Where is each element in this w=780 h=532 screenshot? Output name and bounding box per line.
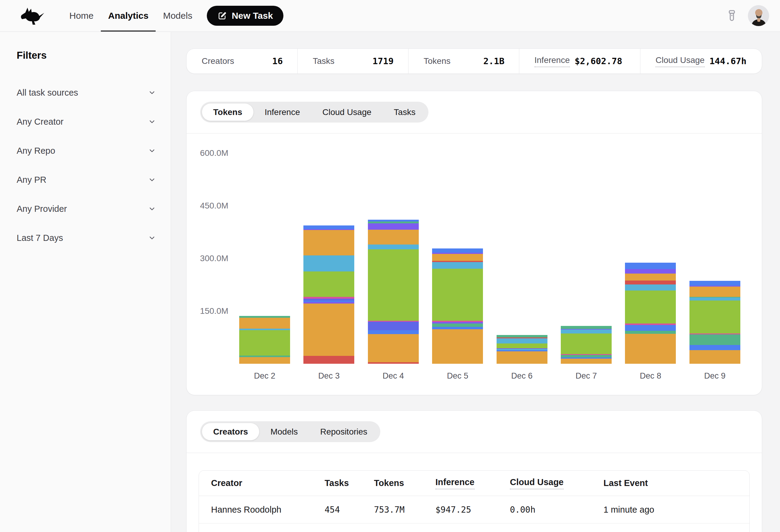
avatar[interactable]	[748, 5, 769, 26]
bar-segment-orange[interactable]	[303, 230, 354, 255]
bar-segment-blue[interactable]	[432, 327, 483, 329]
table-row-hannes-roodolph[interactable]: Hannes Roodolph454753.7M$947.250.00h1 mi…	[199, 496, 749, 523]
bar-segment-orange[interactable]	[625, 334, 676, 364]
filter-any-repo[interactable]: Any Repo	[17, 136, 156, 165]
bar-dec-3[interactable]	[303, 225, 354, 364]
bar-segment-purple[interactable]	[625, 269, 676, 274]
bar-segment-teal[interactable]	[689, 334, 740, 345]
bar-segment-orange[interactable]	[303, 304, 354, 356]
bar-segment-teal[interactable]	[561, 355, 612, 357]
bar-dec-4[interactable]	[368, 220, 419, 364]
chart-tab-inference[interactable]: Inference	[253, 104, 311, 121]
stat-label-cloud-usage[interactable]: Cloud Usage	[655, 55, 704, 67]
filter-any-pr[interactable]: Any PR	[17, 165, 156, 194]
bar-segment-sky[interactable]	[561, 329, 612, 333]
bar-segment-orange[interactable]	[689, 286, 740, 297]
bar-dec-5[interactable]	[432, 249, 483, 364]
bar-segment-green[interactable]	[239, 330, 290, 356]
bar-segment-sky[interactable]	[497, 338, 547, 343]
stat-cloud-usage: Cloud Usage144.67h	[640, 49, 762, 73]
bar-segment-green[interactable]	[368, 249, 419, 321]
table-body: Hannes Roodolph454753.7M$947.250.00h1 mi…	[199, 496, 749, 532]
bar-segment-blue[interactable]	[303, 225, 354, 229]
table-row-rooviewer[interactable]: Rooviewer440544.3M$376.2875.23h3 minutes…	[199, 523, 749, 532]
breakdown-tab-models[interactable]: Models	[259, 423, 309, 440]
breakdown-tab-creators[interactable]: Creators	[202, 423, 259, 440]
column-header-inference[interactable]: Inference	[435, 477, 510, 489]
nav-link-models[interactable]: Models	[156, 0, 200, 32]
bar-segment-orange[interactable]	[368, 334, 419, 362]
new-task-button[interactable]: New Task	[207, 6, 283, 26]
bar-segment-red[interactable]	[303, 356, 354, 364]
x-axis-label-dec-3: Dec 3	[303, 371, 354, 381]
bar-segment-orange[interactable]	[368, 230, 419, 245]
bar-dec-6[interactable]	[497, 335, 547, 364]
filter-all-task-sources[interactable]: All task sources	[17, 78, 156, 107]
nav-link-home[interactable]: Home	[62, 0, 101, 32]
bar-segment-green[interactable]	[432, 269, 483, 321]
bar-segment-red[interactable]	[625, 280, 676, 284]
flashlight-icon[interactable]	[725, 9, 739, 23]
bar-segment-indigo[interactable]	[303, 299, 354, 301]
stat-value-cloud-usage: 144.67h	[710, 56, 746, 66]
bar-segment-blue[interactable]	[625, 263, 676, 269]
bar-segment-sky[interactable]	[368, 245, 419, 249]
filter-last-7-days[interactable]: Last 7 Days	[17, 223, 156, 252]
filter-label: Any PR	[17, 175, 46, 185]
stat-value-tokens: 2.1B	[483, 56, 504, 66]
chevron-down-icon	[148, 205, 156, 213]
bar-segment-blue[interactable]	[689, 281, 740, 286]
chart-tab-cloud-usage[interactable]: Cloud Usage	[311, 104, 383, 121]
bar-segment-green[interactable]	[625, 290, 676, 323]
breakdown-card: CreatorsModelsRepositories CreatorTasksT…	[186, 410, 762, 532]
chart-tab-tasks[interactable]: Tasks	[383, 104, 427, 121]
bar-segment-blue[interactable]	[625, 325, 676, 331]
bar-segment-green[interactable]	[689, 301, 740, 333]
edit-icon	[217, 11, 227, 20]
bar-segment-teal[interactable]	[432, 323, 483, 327]
bar-segment-orange[interactable]	[625, 274, 676, 280]
x-axis-label-dec-8: Dec 8	[625, 371, 676, 381]
bar-segment-orange[interactable]	[239, 318, 290, 329]
column-header-last-event: Last Event	[603, 478, 749, 488]
bar-segment-teal[interactable]	[625, 331, 676, 334]
bar-dec-2[interactable]	[239, 316, 290, 364]
bar-segment-sky[interactable]	[689, 298, 740, 300]
bar-segment-orange[interactable]	[239, 357, 290, 364]
bar-segment-orange[interactable]	[497, 351, 547, 364]
stat-label-inference[interactable]: Inference	[534, 55, 570, 67]
nav-link-analytics[interactable]: Analytics	[101, 0, 156, 32]
bar-segment-sky[interactable]	[625, 284, 676, 290]
stat-tasks: Tasks1719	[297, 49, 408, 73]
bar-segment-sky[interactable]	[303, 255, 354, 271]
chevron-down-icon	[148, 233, 156, 242]
stats-bar: Creators16Tasks1719Tokens2.1BInference$2…	[186, 48, 762, 74]
bar-segment-blue[interactable]	[689, 345, 740, 350]
bar-segment-red[interactable]	[368, 362, 419, 364]
chart-tab-tokens[interactable]: Tokens	[202, 104, 253, 121]
filter-any-creator[interactable]: Any Creator	[17, 107, 156, 136]
column-header-cloud-usage[interactable]: Cloud Usage	[510, 477, 603, 489]
x-axis-label-dec-2: Dec 2	[239, 371, 290, 381]
bar-segment-orange[interactable]	[561, 359, 612, 364]
breakdown-tab-repositories[interactable]: Repositories	[309, 423, 379, 440]
x-axis-label-dec-4: Dec 4	[368, 371, 419, 381]
bar-segment-orange[interactable]	[432, 329, 483, 364]
bar-segment-blue[interactable]	[368, 330, 419, 334]
kangaroo-logo[interactable]	[19, 6, 46, 25]
bar-segment-blue[interactable]	[432, 249, 483, 253]
bar-dec-8[interactable]	[625, 263, 676, 364]
filter-any-provider[interactable]: Any Provider	[17, 194, 156, 223]
bar-segment-purple[interactable]	[368, 223, 419, 230]
bar-segment-orange[interactable]	[689, 350, 740, 364]
bar-segment-indigo[interactable]	[368, 322, 419, 330]
bar-segment-orange[interactable]	[432, 254, 483, 261]
bar-segment-teal[interactable]	[561, 326, 612, 329]
bar-dec-9[interactable]	[689, 281, 740, 364]
bar-segment-green[interactable]	[497, 343, 547, 348]
bar-segment-green[interactable]	[561, 333, 612, 354]
bar-segment-teal[interactable]	[497, 335, 547, 337]
bar-segment-sky[interactable]	[432, 262, 483, 269]
bar-dec-7[interactable]	[561, 326, 612, 364]
bar-segment-green[interactable]	[303, 271, 354, 297]
